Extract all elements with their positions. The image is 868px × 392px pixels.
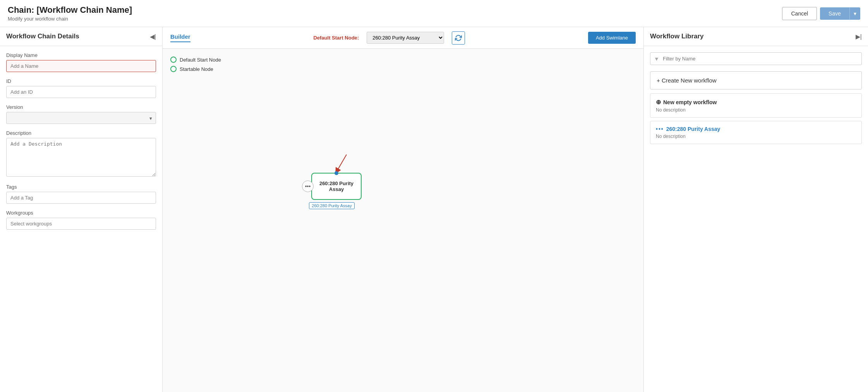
red-arrow-icon [329, 153, 352, 174]
workflow-library-item-1[interactable]: ••• 260:280 Purity Assay No description [650, 121, 862, 144]
id-label: ID [6, 78, 156, 84]
version-select-wrapper [6, 112, 156, 124]
builder-header: Builder Default Start Node: 260:280 Puri… [163, 27, 643, 49]
right-panel-title: Workflow Library [650, 33, 704, 40]
workflow-node-container: ••• 260:280 Purity Assay 260:280 Purity … [302, 173, 362, 209]
workflow-item-name-1: 260:280 Purity Assay [666, 126, 720, 132]
workflow-item-desc-1: No description [656, 134, 856, 139]
tags-label: Tags [6, 184, 156, 190]
legend-startable: Startable Node [170, 66, 221, 72]
dots-icon: ••• [656, 126, 664, 132]
display-name-input[interactable] [6, 60, 156, 72]
version-select[interactable] [6, 112, 156, 124]
workgroups-label: Workgroups [6, 210, 156, 216]
display-name-group: Display Name [6, 52, 156, 72]
svg-line-0 [337, 155, 347, 171]
refresh-button[interactable] [452, 31, 465, 45]
workflow-item-title-0: ⊕ New empty workflow [656, 98, 856, 106]
node-title: 260:280 Purity Assay [312, 181, 361, 192]
left-panel: Workflow Chain Details ◀| Display Name I… [0, 27, 163, 392]
legend: Default Start Node Startable Node [170, 57, 221, 72]
node-menu-dots: ••• [305, 183, 311, 189]
id-group: ID [6, 78, 156, 98]
filter-input-wrapper: ▼ [650, 52, 862, 65]
main-layout: Workflow Chain Details ◀| Display Name I… [0, 27, 868, 392]
tags-input[interactable] [6, 192, 156, 204]
add-swimlane-button[interactable]: Add Swimlane [588, 32, 636, 44]
id-input[interactable] [6, 86, 156, 98]
node-menu-button[interactable]: ••• [302, 181, 314, 192]
legend-default-start-label: Default Start Node [180, 57, 221, 63]
right-panel-collapse-button[interactable]: ▶| [856, 33, 862, 40]
filter-input[interactable] [650, 52, 862, 65]
right-panel-header: Workflow Library ▶| [644, 27, 868, 46]
workflow-node[interactable]: 260:280 Purity Assay [311, 173, 362, 200]
node-connector-top [335, 171, 338, 175]
save-dropdown-button[interactable]: ▾ [849, 7, 860, 20]
workflow-item-name-0: New empty workflow [663, 99, 717, 105]
save-button[interactable]: Save [820, 7, 849, 20]
builder-canvas: Default Start Node Startable Node [163, 49, 643, 392]
legend-default-start: Default Start Node [170, 57, 221, 63]
left-panel-content: Display Name ID Version Description [0, 46, 162, 392]
page-title: Chain: [Workflow Chain Name] [8, 5, 132, 15]
display-name-label: Display Name [6, 52, 156, 58]
workflow-node-wrapper: ••• 260:280 Purity Assay [302, 173, 362, 200]
description-group: Description [6, 130, 156, 178]
legend-circle-default [170, 57, 177, 63]
top-header: Chain: [Workflow Chain Name] Modify your… [0, 0, 868, 27]
left-panel-header: Workflow Chain Details ◀| [0, 27, 162, 46]
left-panel-title: Workflow Chain Details [6, 33, 79, 40]
page-subtitle: Modify your workflow chain [8, 16, 132, 22]
version-group: Version [6, 104, 156, 124]
builder-tab[interactable]: Builder [170, 33, 190, 42]
workgroups-group: Workgroups [6, 210, 156, 230]
workgroups-input[interactable] [6, 218, 156, 230]
cancel-button[interactable]: Cancel [782, 7, 817, 20]
tags-group: Tags [6, 184, 156, 204]
save-button-group: Save ▾ [820, 7, 860, 20]
center-panel: Builder Default Start Node: 260:280 Puri… [163, 27, 643, 392]
version-label: Version [6, 104, 156, 110]
workflow-item-title-1: ••• 260:280 Purity Assay [656, 126, 856, 132]
workflow-library-item-0[interactable]: ⊕ New empty workflow No description [650, 93, 862, 118]
legend-startable-label: Startable Node [180, 66, 213, 72]
right-panel: Workflow Library ▶| ▼ + Create New workf… [643, 27, 868, 392]
right-panel-content: ▼ + Create New workflow ⊕ New empty work… [644, 46, 868, 392]
workflow-item-desc-0: No description [656, 107, 856, 113]
start-node-select[interactable]: 260:280 Purity Assay [367, 32, 444, 44]
refresh-icon [455, 34, 462, 41]
header-title-group: Chain: [Workflow Chain Name] Modify your… [8, 5, 132, 22]
create-workflow-button[interactable]: + Create New workflow [650, 71, 862, 89]
description-label: Description [6, 130, 156, 136]
node-label-below: 260:280 Purity Assay [309, 202, 354, 209]
default-start-node-label: Default Start Node: [313, 35, 359, 41]
circle-plus-icon: ⊕ [656, 98, 661, 106]
header-actions: Cancel Save ▾ [782, 7, 860, 20]
left-panel-collapse-button[interactable]: ◀| [150, 33, 156, 40]
description-textarea[interactable] [6, 138, 156, 177]
legend-circle-startable [170, 66, 177, 72]
filter-icon: ▼ [654, 56, 659, 62]
